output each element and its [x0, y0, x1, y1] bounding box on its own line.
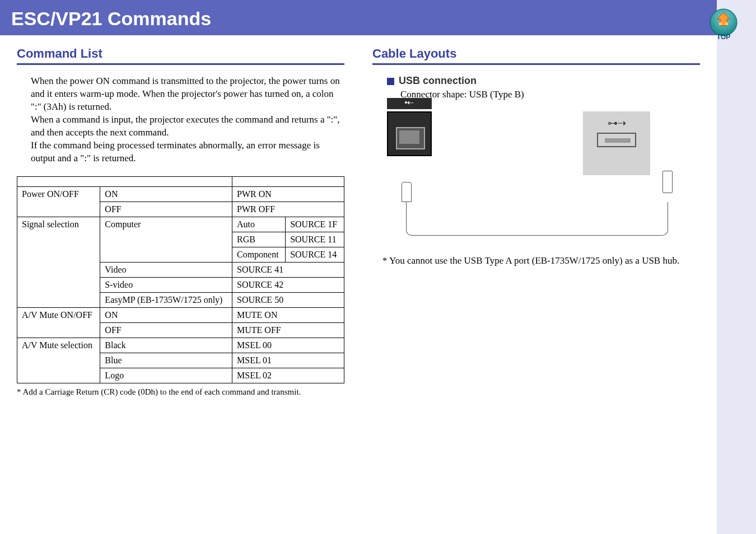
page-title: ESC/VP21 Commands: [11, 8, 211, 29]
table-row: A/V Mute selection Black MSEL 00: [17, 338, 344, 353]
command-list-intro: When the power ON command is transmitted…: [31, 75, 344, 165]
cell-sub: Logo: [100, 368, 232, 383]
usb-a-symbol-icon: ⊶⇢: [594, 117, 639, 129]
usb-type-a-block: ⊶⇢: [583, 111, 650, 175]
usb-b-arrow-icon: •⇠: [387, 98, 432, 109]
top-label: TOP: [717, 33, 730, 41]
cell-cmd: MSEL 02: [232, 368, 344, 383]
cell-cmd: MSEL 01: [232, 353, 344, 368]
page-header: ESC/VP21 Commands: [0, 0, 717, 35]
cell-cmd: SOURCE 1F: [286, 217, 344, 232]
usb-plug-right-icon: [662, 171, 673, 193]
usb-connection-label: USB connection: [399, 75, 477, 86]
cell-item: A/V Mute ON/OFF: [17, 307, 100, 338]
cell-cmd: SOURCE 50: [232, 292, 344, 307]
usb-cable-diagram: [387, 182, 678, 249]
cell-sub: OFF: [100, 322, 232, 338]
cell-sub: ON: [100, 186, 232, 202]
cell-sub: S-video: [100, 277, 232, 292]
section-title-command-list: Command List: [17, 46, 344, 65]
cell-mode: RGB: [232, 232, 286, 247]
cell-item: Signal selection: [17, 217, 100, 307]
cell-sub: Computer: [100, 217, 232, 262]
cell-cmd: MUTE OFF: [232, 322, 344, 338]
cell-mode: Auto: [232, 217, 286, 232]
svg-rect-3: [725, 22, 728, 25]
connector-shape-desc: Connector shape: USB (Type B): [400, 89, 700, 100]
cell-sub: Blue: [100, 353, 232, 368]
top-nav-icon[interactable]: TOP: [706, 7, 741, 43]
cell-sub: Black: [100, 338, 232, 353]
cell-item: A/V Mute selection: [17, 338, 100, 383]
usb-plug-left-icon: [402, 182, 412, 202]
usb-diagram: •⇠ ⊶⇢: [387, 111, 700, 175]
cell-cmd: SOURCE 42: [232, 277, 344, 292]
cell-sub: OFF: [100, 202, 232, 217]
blue-square-icon: [387, 78, 394, 85]
cell-cmd: PWR OFF: [232, 202, 344, 217]
command-table: Power ON/OFF ON PWR ON OFF PWR OFF Signa…: [17, 176, 344, 383]
cell-cmd: MUTE ON: [232, 307, 344, 322]
cell-sub: EasyMP (EB-1735W/1725 only): [100, 292, 232, 307]
table-footnote: * Add a Carriage Return (CR) code (0Dh) …: [17, 387, 344, 398]
table-row: A/V Mute ON/OFF ON MUTE ON: [17, 307, 344, 322]
section-title-cable-layouts: Cable Layouts: [372, 46, 700, 65]
right-column: Cable Layouts USB connection Connector s…: [372, 46, 700, 397]
cell-cmd: PWR ON: [232, 186, 344, 202]
table-row: Signal selection Computer Auto SOURCE 1F: [17, 217, 344, 232]
usb-cable-path-icon: [406, 202, 668, 236]
usb-type-b-port-icon: [387, 111, 432, 156]
usb-connection-heading: USB connection: [387, 75, 700, 87]
cell-sub: ON: [100, 307, 232, 322]
svg-rect-2: [719, 22, 722, 25]
table-row: Power ON/OFF ON PWR ON: [17, 186, 344, 202]
cell-cmd: SOURCE 11: [286, 232, 344, 247]
cell-mode: Component: [232, 247, 286, 262]
cell-sub: Video: [100, 262, 232, 277]
cell-cmd: MSEL 00: [232, 338, 344, 353]
cell-cmd: SOURCE 41: [232, 262, 344, 277]
usb-type-a-slot-icon: [597, 133, 636, 147]
cell-item: Power ON/OFF: [17, 186, 100, 217]
cell-cmd: SOURCE 14: [286, 247, 344, 262]
usb-hub-note: * You cannot use the USB Type A port (EB…: [382, 255, 700, 268]
left-column: Command List When the power ON command i…: [17, 46, 344, 397]
